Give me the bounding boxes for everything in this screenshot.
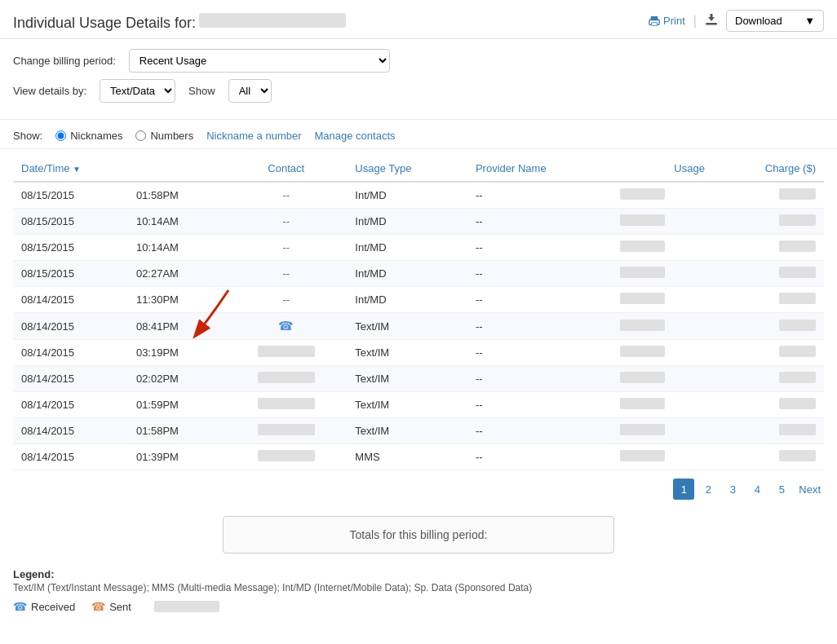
next-button[interactable]: Next: [795, 483, 824, 496]
billing-period-select[interactable]: Recent Usage: [129, 49, 390, 73]
usage-cell: [612, 366, 713, 392]
table-row: 08/14/201501:58PMText/IM--: [13, 418, 824, 444]
nicknames-label: Nicknames: [70, 130, 122, 142]
col-contact: Contact: [225, 156, 347, 182]
numbers-label: Numbers: [150, 130, 193, 142]
svg-rect-3: [706, 23, 717, 25]
date-cell: 08/15/2015: [13, 209, 128, 235]
col-usage-type-label: Usage Type: [355, 162, 411, 174]
numbers-radio[interactable]: [135, 130, 146, 141]
legend-title: Legend:: [13, 568, 824, 580]
usage-blurred: [620, 267, 665, 278]
col-provider-label: Provider Name: [476, 162, 547, 174]
usage-blurred: [620, 293, 665, 304]
totals-section: Totals for this billing period:: [0, 508, 837, 562]
usage-blurred: [620, 240, 665, 252]
show-select[interactable]: All: [228, 79, 272, 103]
usage-cell: [612, 261, 713, 287]
charge-cell: [713, 261, 824, 287]
charge-blurred: [779, 398, 816, 409]
svg-rect-5: [711, 14, 713, 20]
contact-blurred: [258, 372, 315, 383]
charge-cell: [713, 366, 824, 392]
table-row: 08/14/201508:41PM☎Text/IM--: [13, 313, 824, 340]
top-actions: Print | Download ▼: [649, 10, 824, 32]
contact-cell: [225, 418, 347, 444]
table-row: 08/14/201501:39PMMMS--: [13, 444, 824, 470]
page-1-button[interactable]: 1: [673, 479, 694, 500]
time-cell: 01:59PM: [128, 392, 225, 418]
print-label: Print: [663, 15, 685, 27]
controls-section: Change billing period: Recent Usage View…: [0, 39, 837, 120]
date-cell: 08/14/2015: [13, 287, 128, 313]
manage-contacts-link[interactable]: Manage contacts: [315, 130, 396, 142]
legend-text: Text/IM (Text/Instant Message); MMS (Mul…: [13, 582, 824, 593]
contact-cell: [225, 340, 347, 366]
download-chevron: ▼: [804, 15, 815, 27]
table-row: 08/14/201502:02PMText/IM--: [13, 366, 824, 392]
contact-cell: [225, 366, 347, 392]
title-block: Individual Usage Details for:: [13, 10, 346, 32]
time-cell: 02:27AM: [128, 261, 225, 287]
usage-cell: [612, 235, 713, 261]
legend-placeholder: [154, 601, 219, 612]
billing-period-row: Change billing period: Recent Usage: [13, 49, 824, 73]
svg-rect-2: [652, 22, 658, 25]
page-2-button[interactable]: 2: [698, 479, 719, 500]
usage-cell: [612, 340, 713, 366]
time-cell: 02:02PM: [128, 366, 225, 392]
time-cell: 03:19PM: [128, 340, 225, 366]
sort-arrow-icon: ▼: [73, 165, 81, 174]
col-usage-type: Usage Type: [347, 156, 467, 182]
print-icon: [649, 15, 660, 27]
totals-label: Totals for this billing period:: [350, 528, 488, 541]
date-cell: 08/14/2015: [13, 340, 128, 366]
time-cell: 10:14AM: [128, 209, 225, 235]
page-3-button[interactable]: 3: [722, 479, 743, 500]
date-cell: 08/15/2015: [13, 235, 128, 261]
usage-blurred: [620, 346, 665, 357]
charge-cell: [713, 209, 824, 235]
usage-type-cell: Text/IM: [347, 418, 467, 444]
provider-cell: --: [467, 287, 612, 313]
download-button[interactable]: Download ▼: [726, 10, 824, 32]
numbers-radio-option[interactable]: Numbers: [135, 130, 193, 142]
download-icon-box: [705, 13, 718, 29]
usage-blurred: [620, 372, 665, 383]
page-4-button[interactable]: 4: [746, 479, 768, 500]
date-cell: 08/15/2015: [13, 182, 128, 209]
page-5-button[interactable]: 5: [771, 479, 792, 500]
charge-blurred: [779, 293, 816, 304]
col-contact-label: Contact: [268, 162, 304, 174]
contact-blurred: [258, 450, 315, 461]
print-link[interactable]: Print: [649, 15, 685, 27]
contact-cell: [225, 444, 347, 470]
separator: |: [693, 14, 697, 29]
usage-cell: [612, 444, 713, 470]
charge-cell: [713, 392, 824, 418]
totals-box: Totals for this billing period:: [223, 516, 614, 554]
date-cell: 08/14/2015: [13, 313, 128, 340]
nicknames-radio-option[interactable]: Nicknames: [55, 130, 122, 142]
view-details-select[interactable]: Text/Data: [100, 79, 175, 103]
usage-cell: [612, 287, 713, 313]
contact-cell: --: [225, 209, 347, 235]
charge-blurred: [779, 214, 816, 226]
usage-blurred: [620, 424, 665, 435]
charge-blurred: [779, 372, 816, 383]
usage-type-cell: Int/MD: [347, 182, 467, 209]
time-cell: 11:30PM: [128, 287, 225, 313]
usage-blurred: [620, 450, 665, 461]
usage-blurred: [620, 398, 665, 409]
page-title: Individual Usage Details for:: [13, 15, 196, 31]
nicknames-radio[interactable]: [55, 130, 66, 141]
usage-table: Date/Time ▼ Contact Usage Type Provider …: [13, 156, 824, 470]
usage-type-cell: Int/MD: [347, 209, 467, 235]
contact-cell: --: [225, 287, 347, 313]
charge-blurred: [779, 188, 816, 200]
usage-cell: [612, 392, 713, 418]
legend-received: ☎ Received: [13, 600, 75, 613]
nickname-a-number-link[interactable]: Nickname a number: [206, 130, 301, 142]
col-datetime[interactable]: Date/Time ▼: [13, 156, 225, 182]
table-row: 08/14/201503:19PMText/IM--: [13, 340, 824, 366]
